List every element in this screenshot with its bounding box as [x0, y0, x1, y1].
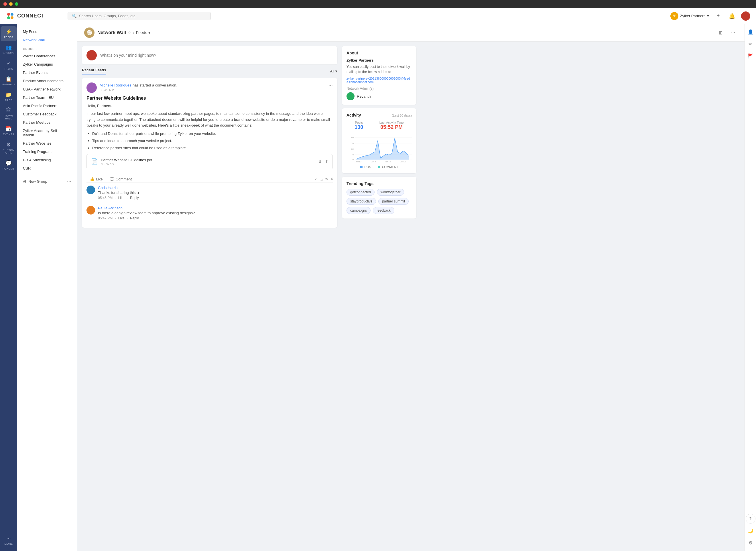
- traffic-light-green[interactable]: [15, 2, 18, 6]
- more-options-button[interactable]: ···: [729, 28, 738, 37]
- sidebar-item-more[interactable]: ··· MORE: [1, 533, 17, 548]
- files-label: FILES: [5, 99, 13, 102]
- all-label: All: [330, 69, 334, 73]
- partner-dropdown-icon: ▾: [707, 14, 709, 18]
- view-toggle-button[interactable]: ⊞: [716, 28, 725, 37]
- like-button[interactable]: 👍 Like: [86, 176, 106, 182]
- nav-my-feed[interactable]: My Feed: [17, 27, 77, 36]
- tag-campaigns[interactable]: campaigns: [346, 207, 370, 214]
- nav-group-partner-meetups[interactable]: Partner Meetups: [17, 118, 77, 127]
- composer-avatar: [86, 50, 97, 60]
- far-right-settings-icon[interactable]: ⚙: [746, 538, 755, 548]
- star-icon[interactable]: ☆: [128, 30, 131, 35]
- download-button[interactable]: ⬇: [318, 159, 322, 164]
- tag-stayproductive[interactable]: stayproductive: [346, 198, 376, 205]
- tag-worktogether[interactable]: worktogether: [377, 189, 404, 195]
- more-options-icon[interactable]: ···: [67, 178, 71, 184]
- post-more-button[interactable]: ···: [328, 82, 333, 88]
- sidebar-item-forums[interactable]: 💬 FORUMS: [1, 158, 17, 172]
- comment-1-like[interactable]: Like: [118, 196, 125, 200]
- sidebar-item-customapps[interactable]: ⚙ CUSTOM APPS: [1, 139, 17, 157]
- svg-point-18: [349, 94, 352, 96]
- sidebar-item-files[interactable]: 📁 FILES: [1, 89, 17, 104]
- far-right-people-icon[interactable]: 👤: [746, 27, 755, 37]
- nav-network-wall[interactable]: Network Wall: [17, 36, 77, 44]
- nav-group-zylker-campaigns[interactable]: Zylker Campaigns: [17, 60, 77, 68]
- traffic-light-red[interactable]: [3, 2, 7, 6]
- search-bar[interactable]: 🔍: [68, 12, 211, 20]
- nav-group-partner-websites[interactable]: Partner Websites: [17, 139, 77, 147]
- svg-text:Jun 12: Jun 12: [385, 160, 391, 163]
- last-activity-stat: Last Activity Time 05:52 PM: [380, 121, 404, 130]
- activity-header: Activity (Last 30 days): [346, 113, 412, 117]
- far-right-moon-icon[interactable]: 🌙: [746, 526, 755, 536]
- nav-group-csr[interactable]: CSR: [17, 164, 77, 172]
- new-group-button[interactable]: ⊕ New Group: [23, 179, 47, 184]
- nav-group-training-programs[interactable]: Training Programs: [17, 147, 77, 156]
- traffic-light-yellow[interactable]: [9, 2, 13, 6]
- notification-bell[interactable]: 🔔: [727, 11, 737, 21]
- sidebar-item-townhall[interactable]: 🏛 TOWN HALL: [1, 105, 17, 122]
- comment-button[interactable]: 💬 Comment: [106, 176, 135, 182]
- add-button[interactable]: +: [714, 11, 723, 21]
- sidebar-item-feeds[interactable]: ⚡ FEEDS: [1, 26, 17, 41]
- dot-sep-1: ·: [115, 196, 116, 200]
- post-author-name[interactable]: Michelle Rodrigues: [100, 83, 131, 87]
- bullet-2: Tips and ideas to approach your website …: [92, 138, 333, 144]
- feeds-dropdown[interactable]: Feeds ▾: [136, 30, 150, 35]
- post-body: Hello, Partners. In our last few partner…: [86, 103, 333, 151]
- sidebar-item-manuals[interactable]: 📋 MANUALS: [1, 74, 17, 88]
- post-card: Michelle Rodrigues has started a convers…: [82, 78, 337, 228]
- svg-point-12: [90, 84, 94, 88]
- file-actions: ⬇ ⬆: [318, 159, 328, 164]
- comment-1-reply[interactable]: Reply: [130, 196, 139, 200]
- nav-group-pr-advertising[interactable]: PR & Advertising: [17, 156, 77, 164]
- plus-circle-icon: ⊕: [23, 179, 27, 184]
- nav-group-customer-feedback[interactable]: Customer Feedback: [17, 110, 77, 118]
- comment-1-time: 05:45 PM: [98, 196, 112, 200]
- comment-2-like[interactable]: Like: [118, 216, 125, 220]
- tag-getconnected[interactable]: getconnected: [346, 189, 374, 195]
- nav-group-usa-partner-network[interactable]: USA - Partner Network: [17, 85, 77, 93]
- nav-group-partner-team-eu[interactable]: Partner Team - EU: [17, 93, 77, 102]
- far-right-help-icon[interactable]: ?: [746, 514, 755, 524]
- logo-area: CONNECT: [6, 11, 63, 21]
- svg-point-2: [7, 16, 10, 19]
- more-label: MORE: [5, 542, 13, 545]
- partner-selector[interactable]: ZP Zylker Partners ▾: [670, 12, 709, 20]
- network-wall-icon: [84, 27, 94, 38]
- comment-2-reply[interactable]: Reply: [130, 216, 139, 220]
- user-avatar[interactable]: [741, 11, 750, 21]
- comment-2-author[interactable]: Paula Atkinson: [98, 206, 195, 210]
- sidebar-item-tasks[interactable]: ✓ TASKS: [1, 58, 17, 72]
- forums-icon: 💬: [5, 160, 12, 166]
- share-icon[interactable]: ⬚: [319, 177, 323, 181]
- nav-group-zylker-academy[interactable]: Zylker Academy-Self-learnin...: [17, 127, 77, 139]
- nav-group-partner-events[interactable]: Partner Events: [17, 68, 77, 77]
- comment-1-author[interactable]: Chris Harris: [98, 185, 139, 190]
- all-feeds-button[interactable]: All ▾: [330, 69, 337, 73]
- tag-partner-summit[interactable]: partner summit: [378, 198, 409, 205]
- nav-group-zylker-conferences[interactable]: Zylker Conferences: [17, 52, 77, 60]
- about-email[interactable]: zylker-partners+202136000000002003@feeds…: [346, 77, 412, 84]
- eye-icon: 👁: [325, 177, 328, 181]
- admin-item: Revanth: [346, 92, 412, 100]
- search-input[interactable]: [79, 14, 206, 18]
- tag-feedback[interactable]: feedback: [373, 207, 394, 214]
- recent-feeds-tab[interactable]: Recent Feeds: [82, 68, 106, 74]
- tasks-icon: ✓: [7, 60, 11, 66]
- nav-group-product-announcements[interactable]: Product Announcements: [17, 77, 77, 85]
- svg-point-19: [348, 97, 353, 100]
- search-icon: 🔍: [72, 14, 77, 18]
- breadcrumb-sep: /: [133, 30, 134, 35]
- upload-button[interactable]: ⬆: [325, 159, 328, 164]
- comment-1-avatar: [86, 185, 95, 194]
- feeds-label: Feeds: [136, 30, 147, 35]
- sidebar-item-groups[interactable]: 👥 GROUPS: [1, 42, 17, 57]
- sidebar-item-events[interactable]: 📅 EVENTS: [1, 123, 17, 138]
- far-right-edit-icon[interactable]: ✏: [746, 39, 755, 49]
- nav-group-asia-pacific[interactable]: Asia Pacific Partners: [17, 102, 77, 110]
- far-right-flag-icon[interactable]: 🚩: [746, 51, 755, 61]
- composer-input[interactable]: [100, 53, 333, 58]
- post-author-avatar: [86, 82, 97, 93]
